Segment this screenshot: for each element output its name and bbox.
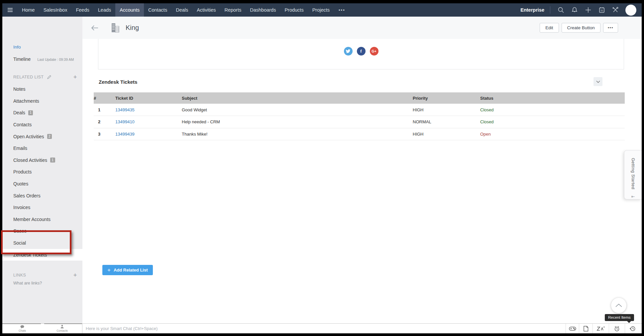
sidebar-item-info[interactable]: Info	[13, 45, 21, 50]
contacts-tab[interactable]: Contacts	[42, 324, 82, 333]
sidebar-related-item[interactable]: Closed Activities 1	[2, 154, 82, 166]
getting-started-tab[interactable]: Getting Started ⇤	[624, 150, 642, 199]
sidebar-item-label: Social	[13, 240, 26, 246]
record-title: King	[126, 24, 139, 32]
ticket-id-link[interactable]: 13499435	[115, 107, 135, 112]
edit-button[interactable]: Edit	[540, 23, 559, 33]
create-button[interactable]: Create Button	[562, 23, 600, 33]
nav-tab[interactable]: Home	[18, 3, 39, 17]
what-are-links[interactable]: What are links?	[13, 281, 42, 285]
ticket-status: Closed	[480, 104, 625, 116]
ticket-status: Closed	[480, 116, 625, 128]
zia-icon[interactable]	[592, 324, 609, 333]
zendesk-tickets-table: #Ticket IDSubjectPriorityStatus 1 134994…	[94, 92, 625, 140]
smart-chat-input[interactable]	[86, 326, 285, 331]
sidebar-related-item[interactable]: Open Activities 2	[2, 131, 82, 143]
nav-tab[interactable]: Dashboards	[246, 3, 280, 17]
nav-tab[interactable]: Feeds	[71, 3, 93, 17]
sidebar-related-item[interactable]: Deals 1	[2, 107, 82, 119]
app-window: HomeSalesInboxFeedsLeadsAccountsContacts…	[2, 3, 642, 333]
related-list: Notes Attachments Deals 1 Contacts	[2, 83, 82, 261]
navbar-right: Enterprise 31	[520, 3, 642, 17]
sidebar-item-label: Contacts	[13, 122, 32, 127]
column-header: #	[94, 92, 115, 104]
ticket-priority: NORMAL	[413, 116, 480, 128]
sidebar-related-item[interactable]: Attachments	[2, 95, 82, 107]
sidebar-item-label: Member Accounts	[13, 217, 51, 222]
section-title: Zendesk Tickets	[99, 79, 137, 85]
games-icon[interactable]	[566, 324, 579, 333]
chat-bubble-icon	[20, 325, 25, 329]
collapse-arrow-icon: ⇤	[631, 194, 635, 199]
smart-chat-bar	[82, 324, 566, 333]
svg-text:31: 31	[600, 9, 603, 12]
sidebar-item-label: Deals	[13, 110, 25, 115]
add-plus-icon[interactable]	[583, 5, 593, 15]
nav-tab[interactable]: Leads	[94, 3, 116, 17]
sidebar-related-item[interactable]: Member Accounts	[2, 213, 82, 225]
chats-tab[interactable]: Chats	[2, 324, 42, 333]
user-avatar[interactable]	[625, 5, 636, 16]
notes-icon[interactable]	[579, 324, 592, 333]
nav-tab[interactable]: Accounts	[115, 3, 144, 17]
sidebar-item-timeline[interactable]: Timeline	[13, 56, 31, 62]
related-list-title: RELATED LIST	[13, 75, 44, 79]
getting-started-label: Getting Started	[631, 158, 636, 189]
sidebar-item-label: Emails	[13, 146, 27, 151]
section-collapse-chevron-icon[interactable]	[593, 77, 602, 86]
bottom-right-icons	[566, 324, 640, 333]
nav-tab[interactable]: Projects	[308, 3, 334, 17]
facebook-icon[interactable]: f	[357, 47, 366, 56]
nav-tab[interactable]: SalesInbox	[39, 3, 72, 17]
scroll-to-top-button[interactable]	[611, 298, 626, 313]
sidebar-related-item[interactable]: Emails	[2, 142, 82, 154]
setup-tools-icon[interactable]	[610, 5, 620, 15]
top-navbar: HomeSalesInboxFeedsLeadsAccountsContacts…	[2, 3, 642, 17]
record-more-button[interactable]: •••	[603, 23, 618, 33]
plus-icon: +	[107, 267, 111, 273]
calendar-icon[interactable]: 31	[597, 5, 607, 15]
links-header: LINKS +	[13, 272, 77, 278]
ticket-priority: HIGH	[413, 104, 480, 116]
table-row: 3 13499439 Thanks Mike! HIGH Open	[94, 128, 625, 140]
record-sidebar: Info Timeline Last Update : 09:39 AM REL…	[2, 17, 82, 323]
nav-tab[interactable]: Reports	[220, 3, 246, 17]
google-plus-icon[interactable]: G+	[370, 47, 378, 56]
hamburger-menu-icon[interactable]	[2, 3, 18, 17]
edit-pencil-icon[interactable]	[47, 75, 52, 79]
ticket-id-link[interactable]: 13499439	[115, 132, 135, 137]
chats-label: Chats	[19, 329, 26, 332]
sidebar-related-item[interactable]: Cases	[2, 225, 82, 237]
recent-items-icon[interactable]	[625, 324, 640, 333]
sidebar-related-item[interactable]: Sales Orders	[2, 190, 82, 202]
row-number: 1	[94, 104, 115, 116]
search-icon[interactable]	[556, 5, 566, 15]
notifications-bell-icon[interactable]	[570, 5, 580, 15]
sidebar-related-item[interactable]: Social	[2, 237, 82, 249]
reminders-icon[interactable]	[609, 324, 625, 333]
sidebar-related-item[interactable]: Notes	[2, 83, 82, 95]
add-link-icon[interactable]: +	[73, 272, 77, 278]
nav-tab[interactable]: Deals	[171, 3, 192, 17]
nav-tab[interactable]: Contacts	[144, 3, 171, 17]
sidebar-related-item[interactable]: Contacts	[2, 119, 82, 131]
count-badge: 1	[50, 158, 55, 163]
sidebar-item-label: Invoices	[13, 205, 30, 210]
sidebar-related-item[interactable]: Zendesk Tickets	[2, 249, 82, 261]
add-related-list-button[interactable]: + Add Related List	[102, 265, 153, 275]
ticket-id-link[interactable]: 13499410	[115, 119, 135, 124]
twitter-icon[interactable]	[344, 47, 353, 56]
nav-tab[interactable]: Activities	[192, 3, 220, 17]
sidebar-related-item[interactable]: Products	[2, 166, 82, 178]
ticket-subject: Help needed - CRM	[182, 116, 413, 128]
column-header: Priority	[413, 92, 480, 104]
sidebar-related-item[interactable]: Invoices	[2, 201, 82, 213]
table-header-row: #Ticket IDSubjectPriorityStatus	[94, 92, 625, 104]
nav-tab[interactable]: Products	[280, 3, 308, 17]
person-icon	[60, 325, 64, 329]
nav-more-icon[interactable]: •••	[334, 3, 350, 17]
sidebar-related-item[interactable]: Quotes	[2, 178, 82, 190]
add-related-list-icon[interactable]: +	[73, 74, 77, 80]
back-arrow-icon[interactable]	[90, 25, 99, 31]
row-number: 3	[94, 128, 115, 140]
